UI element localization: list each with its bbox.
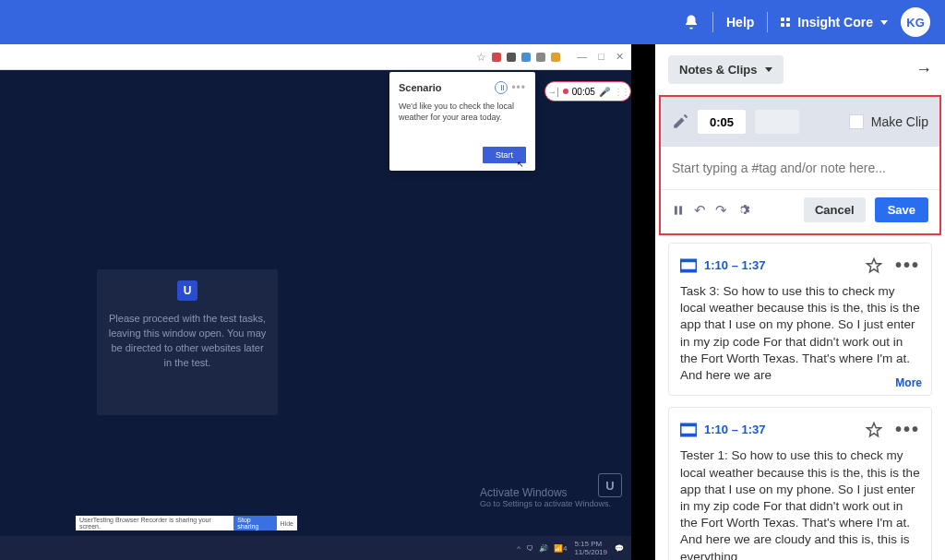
popup-title: Scenario [399, 82, 441, 93]
more-link[interactable]: More [895, 376, 922, 389]
caret-down-icon [880, 20, 888, 25]
caret-down-icon [765, 67, 772, 72]
cancel-button[interactable]: Cancel [804, 197, 866, 222]
star-icon[interactable] [866, 422, 882, 438]
note-card[interactable]: 1:10 – 1:37 ••• Task 3: So how to use th… [668, 243, 932, 396]
activate-windows: Activate Windows Go to Settings to activ… [480, 486, 611, 508]
make-clip-label: Make Clip [871, 114, 928, 129]
star-icon[interactable] [866, 257, 882, 274]
hide-button[interactable]: Hide [281, 520, 293, 527]
instruction-card: U Please proceed with the test tasks, le… [97, 269, 278, 415]
notes-list: 1:10 – 1:37 ••• Task 3: So how to use th… [655, 243, 945, 560]
skip-back-icon[interactable]: ↶ [694, 202, 706, 219]
note-body: Tester 1: So how to use this to check my… [680, 447, 920, 560]
make-clip-toggle[interactable]: Make Clip [849, 114, 928, 129]
activate-title: Activate Windows [480, 486, 611, 499]
svg-rect-4 [681, 268, 697, 271]
compose-icon [672, 113, 688, 130]
note-text-input[interactable] [672, 161, 928, 175]
sidebar: Notes & Clips → Make Clip ↶ ↷ [655, 44, 945, 560]
top-bar: Help Insight Core KG [0, 0, 945, 44]
popup-body: We'd like you to check the local weather… [399, 101, 526, 123]
scenario-popup: Scenario ••• We'd like you to check the … [389, 72, 535, 171]
save-button[interactable]: Save [875, 197, 928, 222]
video-pane: ☆ —□✕ →| 00:05 🎤 ⋮⋮ Scenario •• [0, 44, 655, 560]
star-icon: ☆ [476, 51, 486, 64]
note-body: Task 3: So how to use this to check my l… [680, 283, 920, 384]
more-icon[interactable]: ••• [895, 255, 920, 276]
divider [712, 12, 713, 32]
activate-subtitle: Go to Settings to activate Windows. [480, 499, 611, 508]
bell-icon[interactable] [683, 14, 700, 30]
start-time-input[interactable] [698, 110, 746, 134]
skip-forward-icon[interactable]: ↷ [715, 202, 727, 219]
more-icon[interactable]: ••• [895, 419, 920, 440]
svg-rect-1 [679, 206, 682, 214]
collapse-panel-icon[interactable]: → [915, 60, 932, 79]
note-editor: Make Clip ↶ ↷ Cancel Save [659, 95, 941, 235]
svg-rect-6 [681, 423, 697, 426]
stop-sharing-button[interactable]: Stop sharing [233, 516, 276, 530]
note-timestamp[interactable]: 1:10 – 1:37 [704, 258, 766, 272]
pause-icon[interactable] [495, 81, 508, 94]
extension-icons [492, 53, 560, 62]
screen-share-bar: UserTesting Browser Recorder is sharing … [76, 516, 297, 530]
app-name: Insight Core [797, 15, 873, 30]
user-avatar[interactable]: KG [901, 7, 930, 37]
mic-icon: 🎤 [599, 87, 610, 97]
usertesting-logo-icon: U [177, 280, 197, 301]
pause-icon[interactable] [672, 204, 685, 217]
app-switcher[interactable]: Insight Core [781, 15, 888, 30]
end-time-input[interactable] [755, 110, 799, 134]
drag-grip-icon: ⋮⋮ [614, 87, 628, 97]
instruction-text: Please proceed with the test tasks, leav… [108, 312, 267, 371]
start-button[interactable]: Start [483, 147, 526, 163]
recording-time: 00:05 [572, 87, 595, 97]
svg-rect-3 [681, 259, 697, 262]
notes-tab-label: Notes & Clips [679, 63, 758, 77]
svg-rect-0 [675, 206, 677, 214]
video-letterbox [631, 44, 655, 560]
divider [767, 12, 768, 32]
checkbox-icon [849, 114, 864, 129]
notes-tab[interactable]: Notes & Clips [668, 55, 784, 84]
taskbar-clock: 5:15 PM 11/5/2019 [574, 540, 607, 556]
record-dot-icon [563, 89, 568, 94]
recording-badge[interactable]: →| 00:05 🎤 ⋮⋮ [544, 81, 631, 101]
collapse-icon: →| [547, 87, 559, 97]
note-timestamp[interactable]: 1:10 – 1:37 [704, 423, 766, 436]
clip-icon [680, 258, 697, 273]
svg-rect-7 [681, 434, 697, 436]
system-tray: ^🗨🔊📶4 [517, 544, 567, 553]
more-icon[interactable]: ••• [511, 81, 526, 94]
gear-icon[interactable] [736, 203, 750, 217]
clip-icon [680, 423, 697, 437]
windows-taskbar: ^🗨🔊📶4 5:15 PM 11/5/2019 💬 [0, 536, 631, 560]
window-controls: —□✕ [577, 51, 624, 63]
note-card[interactable]: 1:10 – 1:37 ••• Tester 1: So how to use … [668, 407, 932, 560]
browser-chrome: ☆ —□✕ [0, 44, 631, 70]
share-text: UserTesting Browser Recorder is sharing … [79, 517, 230, 530]
help-link[interactable]: Help [726, 15, 754, 30]
apps-icon [781, 18, 790, 27]
